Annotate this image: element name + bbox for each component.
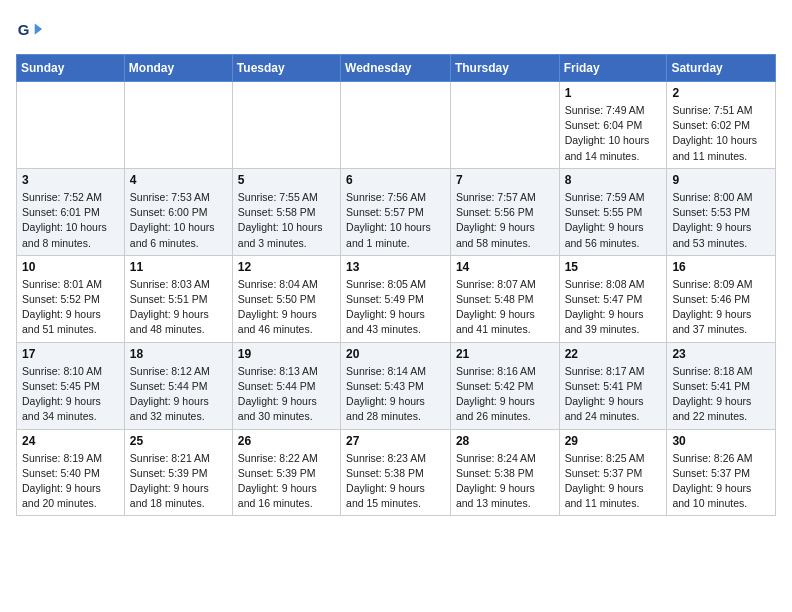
- calendar-cell: 8Sunrise: 7:59 AM Sunset: 5:55 PM Daylig…: [559, 168, 667, 255]
- calendar-cell: 17Sunrise: 8:10 AM Sunset: 5:45 PM Dayli…: [17, 342, 125, 429]
- calendar-cell: 3Sunrise: 7:52 AM Sunset: 6:01 PM Daylig…: [17, 168, 125, 255]
- day-number: 14: [456, 260, 554, 274]
- day-info: Sunrise: 8:18 AM Sunset: 5:41 PM Dayligh…: [672, 364, 770, 425]
- day-info: Sunrise: 8:14 AM Sunset: 5:43 PM Dayligh…: [346, 364, 445, 425]
- svg-marker-1: [35, 23, 42, 34]
- calendar-cell: 25Sunrise: 8:21 AM Sunset: 5:39 PM Dayli…: [124, 429, 232, 516]
- day-number: 13: [346, 260, 445, 274]
- day-number: 8: [565, 173, 662, 187]
- calendar-cell: 28Sunrise: 8:24 AM Sunset: 5:38 PM Dayli…: [450, 429, 559, 516]
- day-number: 15: [565, 260, 662, 274]
- day-number: 16: [672, 260, 770, 274]
- day-number: 25: [130, 434, 227, 448]
- day-number: 19: [238, 347, 335, 361]
- day-number: 28: [456, 434, 554, 448]
- svg-text:G: G: [18, 21, 30, 38]
- day-number: 7: [456, 173, 554, 187]
- days-of-week-row: SundayMondayTuesdayWednesdayThursdayFrid…: [17, 55, 776, 82]
- day-number: 6: [346, 173, 445, 187]
- calendar-cell: 21Sunrise: 8:16 AM Sunset: 5:42 PM Dayli…: [450, 342, 559, 429]
- day-number: 24: [22, 434, 119, 448]
- day-number: 17: [22, 347, 119, 361]
- day-number: 12: [238, 260, 335, 274]
- day-number: 27: [346, 434, 445, 448]
- day-info: Sunrise: 8:07 AM Sunset: 5:48 PM Dayligh…: [456, 277, 554, 338]
- day-info: Sunrise: 7:59 AM Sunset: 5:55 PM Dayligh…: [565, 190, 662, 251]
- calendar-cell: 29Sunrise: 8:25 AM Sunset: 5:37 PM Dayli…: [559, 429, 667, 516]
- logo-icon: G: [16, 16, 44, 44]
- calendar-cell: [450, 82, 559, 169]
- logo: G: [16, 16, 48, 44]
- calendar-cell: 26Sunrise: 8:22 AM Sunset: 5:39 PM Dayli…: [232, 429, 340, 516]
- day-info: Sunrise: 8:16 AM Sunset: 5:42 PM Dayligh…: [456, 364, 554, 425]
- dow-wednesday: Wednesday: [341, 55, 451, 82]
- calendar-cell: 1Sunrise: 7:49 AM Sunset: 6:04 PM Daylig…: [559, 82, 667, 169]
- day-info: Sunrise: 8:08 AM Sunset: 5:47 PM Dayligh…: [565, 277, 662, 338]
- week-row-1: 1Sunrise: 7:49 AM Sunset: 6:04 PM Daylig…: [17, 82, 776, 169]
- day-number: 18: [130, 347, 227, 361]
- calendar-cell: 22Sunrise: 8:17 AM Sunset: 5:41 PM Dayli…: [559, 342, 667, 429]
- calendar-cell: 6Sunrise: 7:56 AM Sunset: 5:57 PM Daylig…: [341, 168, 451, 255]
- dow-saturday: Saturday: [667, 55, 776, 82]
- dow-tuesday: Tuesday: [232, 55, 340, 82]
- calendar-body: 1Sunrise: 7:49 AM Sunset: 6:04 PM Daylig…: [17, 82, 776, 516]
- day-number: 21: [456, 347, 554, 361]
- day-info: Sunrise: 7:49 AM Sunset: 6:04 PM Dayligh…: [565, 103, 662, 164]
- day-number: 30: [672, 434, 770, 448]
- day-number: 26: [238, 434, 335, 448]
- day-info: Sunrise: 8:03 AM Sunset: 5:51 PM Dayligh…: [130, 277, 227, 338]
- day-info: Sunrise: 8:25 AM Sunset: 5:37 PM Dayligh…: [565, 451, 662, 512]
- calendar-cell: 5Sunrise: 7:55 AM Sunset: 5:58 PM Daylig…: [232, 168, 340, 255]
- dow-thursday: Thursday: [450, 55, 559, 82]
- day-info: Sunrise: 8:17 AM Sunset: 5:41 PM Dayligh…: [565, 364, 662, 425]
- calendar-cell: 14Sunrise: 8:07 AM Sunset: 5:48 PM Dayli…: [450, 255, 559, 342]
- calendar-cell: 9Sunrise: 8:00 AM Sunset: 5:53 PM Daylig…: [667, 168, 776, 255]
- day-info: Sunrise: 8:05 AM Sunset: 5:49 PM Dayligh…: [346, 277, 445, 338]
- calendar-cell: 4Sunrise: 7:53 AM Sunset: 6:00 PM Daylig…: [124, 168, 232, 255]
- calendar-cell: 23Sunrise: 8:18 AM Sunset: 5:41 PM Dayli…: [667, 342, 776, 429]
- day-info: Sunrise: 8:13 AM Sunset: 5:44 PM Dayligh…: [238, 364, 335, 425]
- day-number: 9: [672, 173, 770, 187]
- calendar-cell: 24Sunrise: 8:19 AM Sunset: 5:40 PM Dayli…: [17, 429, 125, 516]
- calendar-cell: 18Sunrise: 8:12 AM Sunset: 5:44 PM Dayli…: [124, 342, 232, 429]
- day-info: Sunrise: 8:24 AM Sunset: 5:38 PM Dayligh…: [456, 451, 554, 512]
- calendar-cell: 7Sunrise: 7:57 AM Sunset: 5:56 PM Daylig…: [450, 168, 559, 255]
- day-info: Sunrise: 8:09 AM Sunset: 5:46 PM Dayligh…: [672, 277, 770, 338]
- day-number: 10: [22, 260, 119, 274]
- calendar-cell: 19Sunrise: 8:13 AM Sunset: 5:44 PM Dayli…: [232, 342, 340, 429]
- calendar-cell: [17, 82, 125, 169]
- day-number: 22: [565, 347, 662, 361]
- week-row-4: 17Sunrise: 8:10 AM Sunset: 5:45 PM Dayli…: [17, 342, 776, 429]
- day-info: Sunrise: 7:56 AM Sunset: 5:57 PM Dayligh…: [346, 190, 445, 251]
- day-info: Sunrise: 8:26 AM Sunset: 5:37 PM Dayligh…: [672, 451, 770, 512]
- dow-friday: Friday: [559, 55, 667, 82]
- calendar-cell: 2Sunrise: 7:51 AM Sunset: 6:02 PM Daylig…: [667, 82, 776, 169]
- day-info: Sunrise: 7:51 AM Sunset: 6:02 PM Dayligh…: [672, 103, 770, 164]
- page-header: G: [16, 16, 776, 44]
- day-info: Sunrise: 7:52 AM Sunset: 6:01 PM Dayligh…: [22, 190, 119, 251]
- day-info: Sunrise: 7:57 AM Sunset: 5:56 PM Dayligh…: [456, 190, 554, 251]
- day-info: Sunrise: 8:00 AM Sunset: 5:53 PM Dayligh…: [672, 190, 770, 251]
- dow-monday: Monday: [124, 55, 232, 82]
- day-info: Sunrise: 7:53 AM Sunset: 6:00 PM Dayligh…: [130, 190, 227, 251]
- day-info: Sunrise: 8:04 AM Sunset: 5:50 PM Dayligh…: [238, 277, 335, 338]
- day-info: Sunrise: 7:55 AM Sunset: 5:58 PM Dayligh…: [238, 190, 335, 251]
- dow-sunday: Sunday: [17, 55, 125, 82]
- day-info: Sunrise: 8:19 AM Sunset: 5:40 PM Dayligh…: [22, 451, 119, 512]
- calendar-cell: 15Sunrise: 8:08 AM Sunset: 5:47 PM Dayli…: [559, 255, 667, 342]
- calendar-cell: 10Sunrise: 8:01 AM Sunset: 5:52 PM Dayli…: [17, 255, 125, 342]
- calendar-cell: 11Sunrise: 8:03 AM Sunset: 5:51 PM Dayli…: [124, 255, 232, 342]
- calendar-cell: 12Sunrise: 8:04 AM Sunset: 5:50 PM Dayli…: [232, 255, 340, 342]
- calendar-cell: 16Sunrise: 8:09 AM Sunset: 5:46 PM Dayli…: [667, 255, 776, 342]
- day-info: Sunrise: 8:10 AM Sunset: 5:45 PM Dayligh…: [22, 364, 119, 425]
- calendar-cell: [232, 82, 340, 169]
- day-info: Sunrise: 8:22 AM Sunset: 5:39 PM Dayligh…: [238, 451, 335, 512]
- calendar-cell: [341, 82, 451, 169]
- day-number: 1: [565, 86, 662, 100]
- day-number: 23: [672, 347, 770, 361]
- calendar-cell: 27Sunrise: 8:23 AM Sunset: 5:38 PM Dayli…: [341, 429, 451, 516]
- day-number: 11: [130, 260, 227, 274]
- day-number: 3: [22, 173, 119, 187]
- calendar-table: SundayMondayTuesdayWednesdayThursdayFrid…: [16, 54, 776, 516]
- week-row-3: 10Sunrise: 8:01 AM Sunset: 5:52 PM Dayli…: [17, 255, 776, 342]
